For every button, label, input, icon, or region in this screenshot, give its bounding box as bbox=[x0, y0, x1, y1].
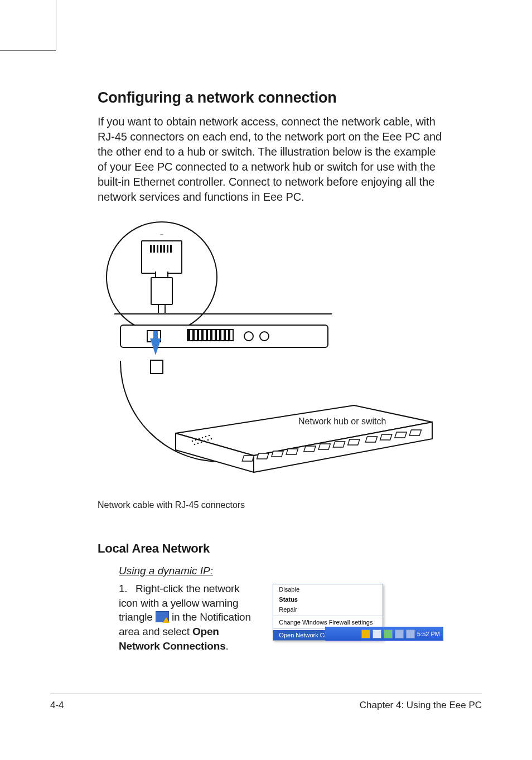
windows-taskbar-tray: 5:52 PM bbox=[325, 627, 443, 641]
svg-point-25 bbox=[207, 439, 209, 441]
network-switch-icon bbox=[170, 400, 438, 478]
svg-point-23 bbox=[201, 442, 202, 443]
lan-subheading: Local Area Network bbox=[98, 541, 443, 556]
svg-point-20 bbox=[209, 435, 210, 437]
svg-point-22 bbox=[197, 443, 199, 444]
menu-item-disable[interactable]: Disable bbox=[273, 584, 383, 594]
svg-rect-4 bbox=[257, 453, 269, 459]
ethernet-glyph-icon: ⎓ bbox=[160, 231, 163, 238]
volume-tray-icon[interactable] bbox=[406, 630, 415, 638]
insert-arrow-icon bbox=[150, 338, 161, 355]
svg-point-24 bbox=[204, 440, 206, 442]
svg-rect-14 bbox=[409, 430, 421, 435]
network-tray-icon[interactable] bbox=[373, 630, 381, 638]
svg-rect-11 bbox=[365, 437, 377, 442]
svg-point-26 bbox=[211, 438, 212, 440]
svg-rect-8 bbox=[318, 444, 330, 449]
svg-rect-6 bbox=[286, 449, 298, 454]
audio-jack-icon bbox=[244, 331, 254, 341]
step-1: 1.Right-click the network icon with a ye… bbox=[119, 582, 260, 653]
svg-rect-5 bbox=[272, 451, 283, 457]
svg-point-18 bbox=[202, 437, 204, 439]
ethernet-port-icon bbox=[141, 240, 182, 274]
svg-point-17 bbox=[199, 438, 200, 440]
network-warning-tray-icon bbox=[156, 611, 169, 622]
rj45-plug-icon bbox=[151, 277, 173, 305]
audio-jack-icon bbox=[259, 331, 269, 341]
svg-point-15 bbox=[192, 440, 194, 442]
menu-item-firewall[interactable]: Change Windows Firewall settings bbox=[273, 617, 383, 627]
security-shield-icon[interactable] bbox=[361, 630, 370, 638]
intro-paragraph: If you want to obtain network access, co… bbox=[98, 114, 443, 205]
crop-rule-horizontal bbox=[0, 50, 56, 51]
safely-remove-icon[interactable] bbox=[384, 630, 393, 638]
page-footer: 4-4 Chapter 4: Using the Eee PC bbox=[50, 694, 482, 711]
svg-point-19 bbox=[205, 436, 207, 438]
display-tray-icon[interactable] bbox=[395, 630, 404, 638]
network-illustration: ⎓ bbox=[98, 221, 443, 495]
section-heading: Configuring a network connection bbox=[98, 89, 443, 107]
context-menu-screenshot: Disable Status Repair Change Windows Fir… bbox=[273, 584, 443, 641]
svg-rect-7 bbox=[304, 446, 316, 452]
svg-rect-13 bbox=[395, 432, 407, 438]
menu-item-repair[interactable]: Repair bbox=[273, 604, 383, 614]
eee-pc-side-view bbox=[103, 313, 343, 358]
svg-rect-12 bbox=[380, 434, 392, 440]
svg-point-16 bbox=[195, 439, 197, 441]
step-text-post: . bbox=[226, 640, 229, 652]
svg-rect-9 bbox=[333, 442, 345, 447]
taskbar-clock: 5:52 PM bbox=[417, 631, 440, 637]
laptop-vent-icon bbox=[187, 329, 234, 341]
svg-rect-3 bbox=[242, 456, 254, 461]
menu-item-status[interactable]: Status bbox=[273, 594, 383, 604]
svg-point-21 bbox=[194, 444, 196, 446]
step-number: 1. bbox=[119, 582, 136, 596]
crop-rule-vertical bbox=[56, 0, 56, 50]
page-number: 4-4 bbox=[50, 700, 64, 711]
switch-label: Network hub or switch bbox=[298, 417, 386, 427]
dynamic-ip-subheading: Using a dynamic IP: bbox=[119, 565, 443, 577]
svg-rect-10 bbox=[348, 439, 360, 445]
figure-caption: Network cable with RJ-45 connectors bbox=[98, 500, 443, 510]
menu-separator bbox=[273, 616, 383, 616]
chapter-title: Chapter 4: Using the Eee PC bbox=[360, 700, 482, 711]
